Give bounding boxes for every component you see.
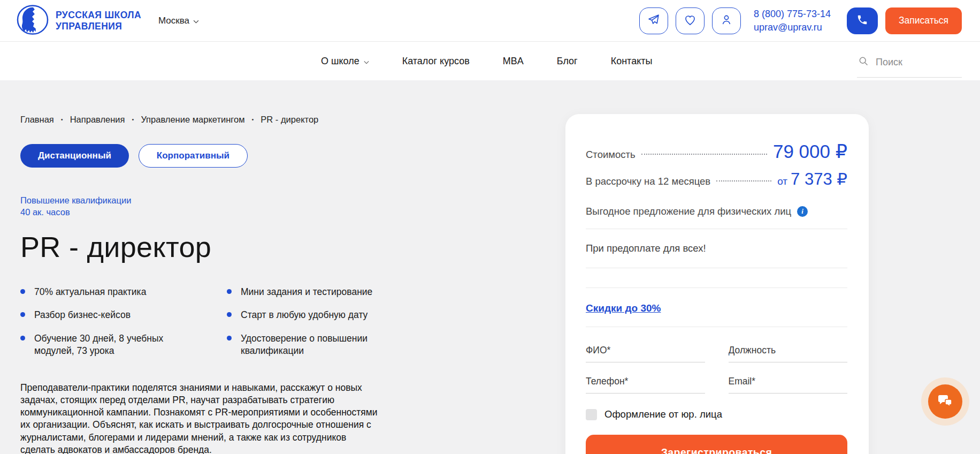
price-label: Стоимость (586, 149, 636, 161)
price-card: Стоимость 79 000 ₽ В рассрочку на 12 мес… (565, 114, 869, 454)
divider (586, 287, 847, 288)
city-selector[interactable]: Москва (158, 16, 199, 26)
register-button[interactable]: Зарегистрироваться (586, 435, 847, 454)
installment-value: 7 373 ₽ (791, 170, 847, 188)
feature-item: Старт в любую удобную дату (227, 309, 399, 321)
divider (586, 229, 847, 229)
installment-row: В рассрочку на 12 месяцев от7 373 ₽ (586, 169, 847, 189)
bullet-icon (227, 312, 232, 317)
installment-label: В рассрочку на 12 месяцев (586, 176, 710, 187)
favorites-button[interactable] (676, 7, 705, 34)
feature-item: Обучение 30 дней, 8 учебных модулей, 73 … (20, 332, 193, 357)
price-value: 79 000 ₽ (773, 141, 847, 162)
nav-item-about[interactable]: О школе (321, 56, 369, 67)
signup-button[interactable]: Записаться (885, 7, 962, 34)
installment-prefix: от (777, 176, 787, 187)
account-button[interactable] (712, 7, 741, 34)
divider (586, 268, 847, 268)
offer-note: Выгодное предложение для физических лиц (586, 206, 791, 217)
chat-icon (937, 392, 954, 411)
email-link[interactable]: uprav@uprav.ru (754, 21, 831, 34)
phone-field[interactable] (586, 374, 705, 394)
tag-distance[interactable]: Дистанционный (20, 144, 129, 168)
feature-item: 70% актуальная практика (20, 286, 193, 298)
feature-item: Мини задания и тестирование (227, 286, 399, 298)
prepay-note: При предоплате для всех! (586, 243, 847, 254)
tag-corporate[interactable]: Корпоративный (139, 144, 248, 168)
discount-link[interactable]: Скидки до 30% (586, 302, 661, 314)
feature-item: Разбор бизнес-кейсов (20, 309, 193, 321)
city-label: Москва (158, 16, 189, 26)
brand-name: РУССКАЯ ШКОЛА УПРАВЛЕНИЯ (56, 10, 141, 31)
nav-item-contacts[interactable]: Контакты (611, 56, 653, 67)
call-button[interactable] (847, 7, 878, 34)
breadcrumb-current: PR - директор (244, 115, 318, 125)
legal-entity-checkbox-row[interactable]: Оформление от юр. лица (586, 408, 847, 420)
chevron-down-icon (193, 16, 199, 26)
phone-icon (856, 14, 868, 27)
user-icon (720, 13, 733, 28)
offer-row: Выгодное предложение для физических лиц … (586, 206, 847, 217)
chevron-down-icon (364, 56, 369, 67)
course-description: Преподаватели-практики поделятся знаниям… (20, 382, 381, 454)
logo[interactable]: РУССКАЯ ШКОЛА УПРАВЛЕНИЯ (16, 4, 141, 37)
nav-item-catalog[interactable]: Каталог курсов (402, 56, 470, 67)
info-icon[interactable]: i (797, 206, 808, 217)
send-icon (647, 13, 660, 28)
nav-item-mba[interactable]: MBA (503, 56, 524, 67)
lion-logo-icon (16, 4, 49, 37)
email-field[interactable] (729, 374, 848, 394)
telegram-button[interactable] (639, 7, 668, 34)
chat-button[interactable] (928, 384, 962, 419)
feature-item: Удостоверение о повышении квалификации (227, 332, 399, 357)
breadcrumb-home[interactable]: Главная (20, 115, 54, 125)
dotted-leader (716, 180, 771, 181)
phone-number[interactable]: 8 (800) 775-73-14 (754, 7, 831, 20)
nav-item-blog[interactable]: Блог (557, 56, 578, 67)
main-content: Главная Направления Управление маркетинг… (0, 80, 980, 454)
heart-icon (684, 13, 696, 28)
bullet-icon (20, 336, 25, 340)
checkbox-label: Оформление от юр. лица (604, 408, 722, 420)
price-row: Стоимость 79 000 ₽ (586, 141, 847, 162)
bullet-icon (20, 312, 25, 317)
search-box[interactable] (857, 56, 962, 78)
bullet-icon (227, 289, 232, 294)
breadcrumb-directions[interactable]: Направления (54, 115, 125, 125)
dotted-leader (641, 154, 767, 155)
bullet-icon (227, 336, 232, 340)
position-field[interactable] (729, 343, 848, 362)
header: РУССКАЯ ШКОЛА УПРАВЛЕНИЯ Москва 8 (800) … (0, 0, 980, 41)
nav-item-label: О школе (321, 56, 359, 67)
breadcrumb-marketing[interactable]: Управление маркетингом (125, 115, 245, 125)
main-navigation: О школе Каталог курсов MBA Блог Контакты (0, 41, 980, 80)
contact-block: 8 (800) 775-73-14 uprav@uprav.ru (754, 7, 831, 34)
checkbox-icon[interactable] (586, 409, 597, 420)
full-name-field[interactable] (586, 343, 705, 362)
search-icon (858, 56, 869, 69)
divider (586, 327, 847, 327)
registration-form (586, 343, 847, 394)
bullet-icon (20, 289, 25, 294)
search-input[interactable] (876, 57, 945, 68)
chat-widget (921, 377, 969, 426)
